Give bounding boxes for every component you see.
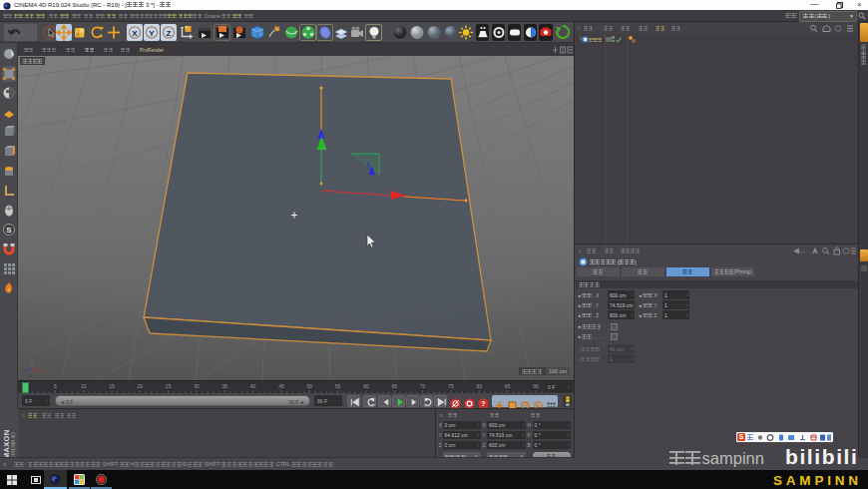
svg-text:Y: Y	[149, 29, 155, 38]
svg-text:X: X	[132, 29, 138, 38]
svg-text:Z: Z	[167, 29, 172, 38]
svg-text:S: S	[6, 226, 12, 235]
svg-text:?: ?	[481, 400, 485, 407]
